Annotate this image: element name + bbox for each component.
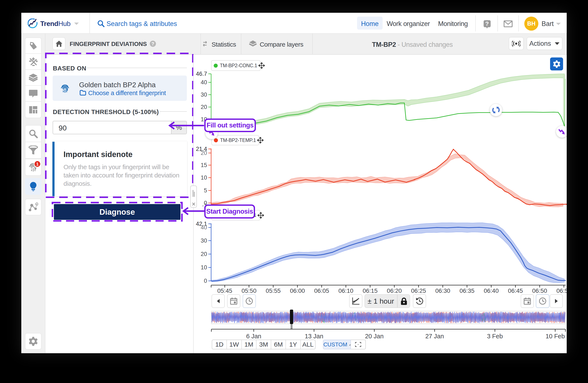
svg-text:05:45: 05:45 <box>217 287 232 294</box>
svg-text:06:50: 06:50 <box>532 287 547 294</box>
svg-text:05:55: 05:55 <box>266 287 281 294</box>
svg-text:0: 0 <box>204 278 207 284</box>
svg-text:06:35: 06:35 <box>460 287 474 294</box>
svg-text:3 Feb: 3 Feb <box>487 333 503 340</box>
svg-text:5: 5 <box>204 187 207 194</box>
svg-text:40: 40 <box>201 79 207 86</box>
svg-text:20: 20 <box>201 251 207 257</box>
svg-text:20 Jan: 20 Jan <box>365 333 383 340</box>
svg-text:30: 30 <box>201 92 207 98</box>
svg-text:06:25: 06:25 <box>411 287 426 294</box>
svg-text:06:10: 06:10 <box>338 287 353 294</box>
svg-text:05:50: 05:50 <box>242 287 256 294</box>
svg-text:06:45: 06:45 <box>508 287 523 294</box>
svg-text:20: 20 <box>201 150 207 156</box>
svg-text:6 Jan: 6 Jan <box>246 333 261 340</box>
svg-text:10 Feb: 10 Feb <box>546 333 565 340</box>
svg-text:06:15: 06:15 <box>363 287 378 294</box>
svg-text:20: 20 <box>201 104 207 110</box>
svg-text:06:20: 06:20 <box>387 287 402 294</box>
svg-text:40: 40 <box>201 224 207 231</box>
svg-text:06:40: 06:40 <box>484 287 499 294</box>
svg-text:10: 10 <box>201 264 207 271</box>
svg-text:06:00: 06:00 <box>290 287 305 294</box>
svg-text:06:55: 06:55 <box>556 287 567 294</box>
svg-text:10: 10 <box>201 174 207 181</box>
svg-text:30: 30 <box>201 237 207 244</box>
svg-text:15: 15 <box>201 162 207 168</box>
svg-text:27 Jan: 27 Jan <box>425 333 444 340</box>
svg-text:13 Jan: 13 Jan <box>305 333 323 340</box>
svg-text:06:30: 06:30 <box>435 287 450 294</box>
svg-text:06:05: 06:05 <box>314 287 329 294</box>
svg-text:46.7: 46.7 <box>196 71 207 77</box>
